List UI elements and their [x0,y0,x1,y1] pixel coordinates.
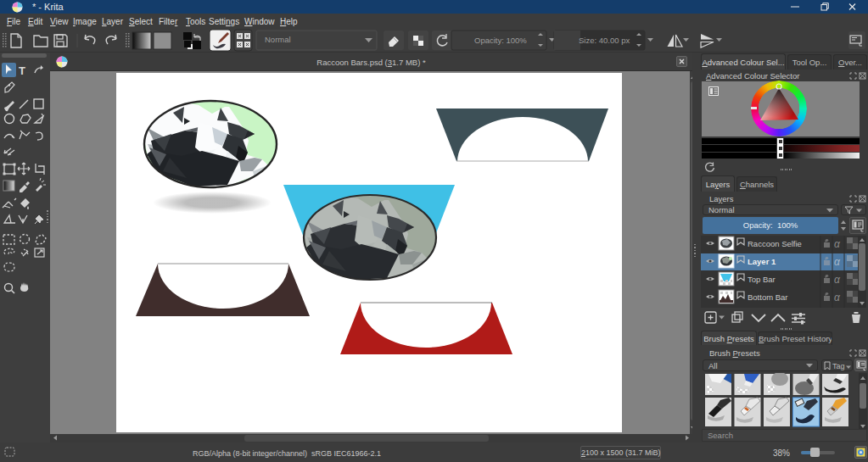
svg-text:Opacity: 100%: Opacity: 100% [474,36,527,45]
svg-text:Tag: Tag [832,362,845,370]
svg-text:Layer 1: Layer 1 [748,257,776,266]
svg-text:Bottom Bar: Bottom Bar [748,292,788,302]
svg-text:Raccoon Selfie: Raccoon Selfie [748,239,802,248]
svg-text:Top Bar: Top Bar [748,275,776,284]
svg-text:α: α [834,256,841,268]
svg-text:T: T [19,64,25,77]
svg-text:α: α [834,292,841,303]
svg-text:α: α [834,238,841,250]
svg-text:α: α [834,274,841,286]
svg-text:Size: 40.00 px: Size: 40.00 px [579,36,630,45]
svg-text:Normal: Normal [265,35,291,44]
